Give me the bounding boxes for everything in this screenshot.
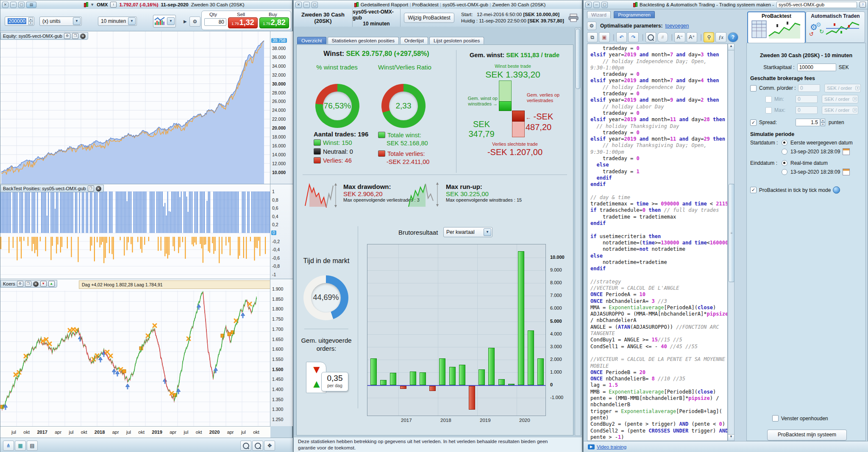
- wrench-icon[interactable]: ⚙: [64, 33, 70, 39]
- comm-checkbox[interactable]: [750, 85, 757, 92]
- keepopen-checkbox[interactable]: [772, 415, 779, 421]
- comm-input[interactable]: 0: [798, 84, 820, 92]
- startdate-custom-radio[interactable]: [782, 149, 787, 155]
- startdate-first-radio[interactable]: [782, 140, 787, 146]
- tab-lijst-gesloten-posities[interactable]: Lijst gesloten posities: [429, 37, 484, 44]
- maximize-icon[interactable]: ▢: [312, 2, 318, 8]
- units-select[interactable]: (x) units▼: [39, 17, 82, 26]
- redo-icon[interactable]: ↷: [628, 32, 639, 42]
- min-checkbox[interactable]: [765, 96, 772, 103]
- minimize-icon[interactable]: ─: [593, 2, 600, 8]
- qty-input[interactable]: 80: [204, 18, 226, 26]
- function-icon[interactable]: ƒx: [715, 32, 726, 42]
- video-training-link[interactable]: Video training: [597, 444, 626, 449]
- quantity-stepper[interactable]: ▲▼: [28, 17, 33, 25]
- close-icon[interactable]: ✕: [96, 186, 101, 191]
- min-unit-select[interactable]: SEK / order▾: [822, 95, 858, 103]
- comment-icon[interactable]: //: [657, 32, 668, 42]
- paste-icon[interactable]: ▣: [599, 32, 609, 42]
- max-unit-select[interactable]: SEK / order▾: [822, 106, 858, 114]
- help-doc-icon[interactable]: ?: [860, 2, 866, 8]
- pan-button[interactable]: ✥: [264, 441, 275, 451]
- close-icon[interactable]: ✕: [33, 281, 39, 287]
- calendar-icon[interactable]: [843, 169, 850, 175]
- print-icon[interactable]: [568, 14, 579, 22]
- detach-window-icon[interactable]: ❐: [72, 33, 78, 39]
- spread-checkbox[interactable]: ✓: [750, 119, 757, 126]
- tab-probacktest[interactable]: ProBacktest: [747, 11, 806, 44]
- tab-orderlijst[interactable]: Orderlijst: [400, 37, 428, 44]
- system-name-input[interactable]: sys05-vect-OMX-gub: [776, 2, 857, 8]
- symbol-label[interactable]: OMX: [97, 2, 108, 7]
- scroll-up-icon[interactable]: ▲: [728, 44, 734, 50]
- sell-button[interactable]: 1.791,32: [228, 17, 258, 28]
- palette-button[interactable]: ▦: [15, 441, 26, 451]
- wrench-icon[interactable]: ⚙: [17, 281, 23, 287]
- collapse-arrow-icon[interactable]: ▶: [184, 19, 187, 24]
- scrollbar-thumb[interactable]: [576, 29, 580, 89]
- comm-unit-select[interactable]: SEK / order▾: [824, 84, 861, 92]
- wrench-button[interactable]: ⚙: [189, 17, 200, 27]
- tab-programmeren[interactable]: Programmeren: [614, 11, 655, 18]
- min-input[interactable]: 0: [796, 95, 818, 103]
- gross-period-select[interactable]: Per kwartaal▼: [443, 227, 492, 237]
- scroll-down-icon[interactable]: ▼: [728, 434, 734, 441]
- keyboard-button[interactable]: ▤: [27, 441, 38, 451]
- tab-wizard[interactable]: Wizard: [587, 11, 611, 18]
- sell-arrow-icon[interactable]: ▼: [40, 281, 47, 287]
- wrench-icon[interactable]: ⚙: [587, 22, 596, 30]
- buy-arrow-icon[interactable]: ▲: [48, 281, 55, 287]
- max-checkbox[interactable]: [765, 107, 772, 114]
- chevron-down-icon[interactable]: ▼: [73, 17, 81, 25]
- edit-probacktest-button[interactable]: Wijzig ProBacktest: [404, 13, 454, 23]
- close-icon[interactable]: ✕: [2, 2, 8, 8]
- enddate-custom-radio[interactable]: [782, 169, 787, 175]
- chevron-down-icon[interactable]: ▼: [167, 17, 175, 25]
- code-editor[interactable]: tradeday = 0elsif year=2019 and month=7 …: [587, 44, 728, 441]
- minimize-icon[interactable]: ─: [303, 2, 310, 8]
- help-icon[interactable]: ?: [728, 32, 738, 42]
- zoom-out-button[interactable]: [240, 441, 251, 451]
- lightbulb-icon[interactable]: ⚲: [704, 32, 714, 42]
- maximize-icon[interactable]: ▢: [601, 2, 608, 8]
- tab-overzicht[interactable]: Overzicht: [297, 37, 326, 44]
- detach-window-icon[interactable]: ❐: [25, 281, 31, 287]
- detach-window-icon[interactable]: ❐: [88, 186, 94, 191]
- font-bigger-icon[interactable]: A⁺: [687, 32, 697, 42]
- tab-automatisch-traden[interactable]: Automatisch Traden ⚙⚙ ↺↻: [806, 11, 865, 43]
- buy-button[interactable]: 1.792,82: [259, 17, 289, 28]
- tickmode-checkbox[interactable]: ✓: [750, 187, 757, 193]
- calendar-icon[interactable]: [843, 148, 850, 155]
- maximize-icon[interactable]: ▢: [18, 2, 25, 8]
- copy-icon[interactable]: ⧉: [587, 32, 598, 42]
- chevron-down-icon[interactable]: ▼: [128, 17, 136, 25]
- search-icon[interactable]: [645, 32, 656, 42]
- share-button[interactable]: ⋔: [3, 441, 14, 451]
- max-input[interactable]: 0: [796, 106, 818, 114]
- minimize-icon[interactable]: ─: [10, 2, 17, 8]
- zoom-in-button[interactable]: [252, 441, 263, 451]
- symbol-dropdown[interactable]: ▼: [90, 3, 94, 7]
- report-scrollbar[interactable]: [575, 28, 581, 436]
- positions-chart[interactable]: [0, 184, 270, 279]
- spread-stepper[interactable]: ▲▼: [821, 119, 825, 126]
- code-scrollbar[interactable]: ▲ ≡ ▼: [728, 44, 734, 441]
- run-probacktest-button[interactable]: ProBacktest mijn systeem: [767, 430, 847, 441]
- tab-statistieken-gesloten-posities[interactable]: Statistieken gesloten posities: [328, 37, 399, 44]
- equity-chart[interactable]: [0, 31, 270, 184]
- chart-type-button[interactable]: ▼: [153, 15, 176, 28]
- startcapital-input[interactable]: 10000: [797, 64, 836, 71]
- close-icon[interactable]: ✕: [295, 2, 302, 8]
- price-chart[interactable]: [0, 291, 270, 427]
- close-icon[interactable]: ✕: [80, 33, 86, 39]
- enddate-realtime-radio[interactable]: [782, 160, 787, 166]
- undo-icon[interactable]: ↶: [616, 32, 627, 42]
- scrollbar-thumb[interactable]: ≡: [729, 184, 734, 282]
- info-icon[interactable]: i: [110, 2, 117, 8]
- keyboard-icon[interactable]: ▤: [26, 2, 36, 8]
- timeframe-select[interactable]: 10 minuten▼: [98, 17, 137, 26]
- quantity-input[interactable]: 200000 ▲▼: [5, 17, 34, 26]
- opt-params-add-link[interactable]: toevoegen: [665, 23, 689, 29]
- chevron-down-icon[interactable]: ▼: [484, 228, 491, 236]
- font-smaller-icon[interactable]: A⁻: [674, 32, 685, 42]
